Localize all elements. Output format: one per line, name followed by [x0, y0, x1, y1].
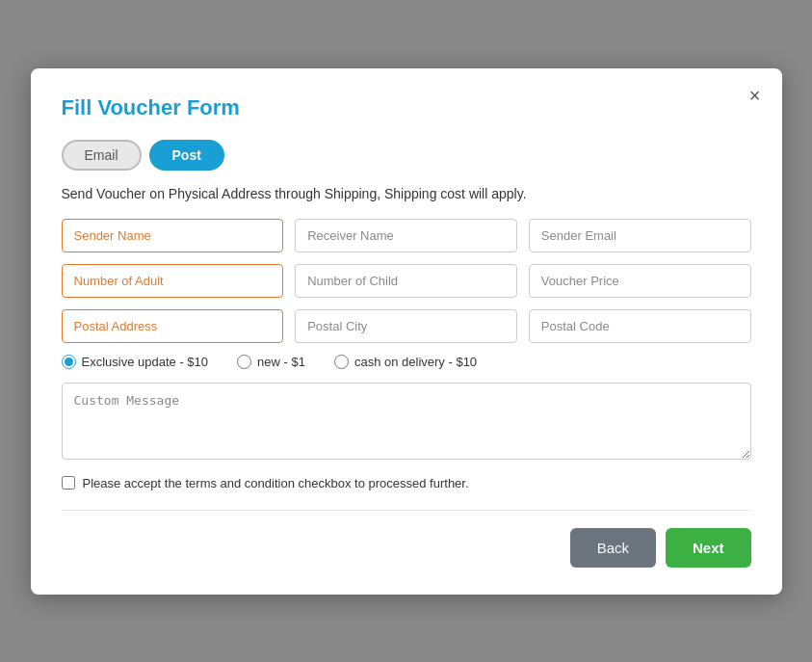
divider [62, 510, 751, 511]
overlay: Fill Voucher Form × Email Post Send Vouc… [0, 0, 812, 662]
number-of-child-input[interactable] [295, 264, 517, 298]
form-row-1 [62, 219, 751, 252]
sender-name-input[interactable] [62, 219, 284, 252]
radio-new[interactable]: new - $1 [237, 355, 305, 369]
sender-email-input[interactable] [529, 219, 751, 252]
form-row-2 [62, 264, 751, 298]
form-row-3 [62, 309, 751, 343]
close-button[interactable]: × [749, 86, 761, 105]
form-description: Send Voucher on Physical Address through… [62, 186, 751, 201]
modal: Fill Voucher Form × Email Post Send Vouc… [31, 68, 782, 595]
custom-message-input[interactable] [62, 383, 751, 460]
back-button[interactable]: Back [570, 528, 656, 568]
tab-email[interactable]: Email [62, 140, 142, 171]
radio-row: Exclusive update - $10 new - $1 cash on … [62, 355, 751, 369]
radio-new-input[interactable] [237, 355, 251, 369]
terms-row: Please accept the terms and condition ch… [62, 476, 751, 490]
radio-cash[interactable]: cash on delivery - $10 [334, 355, 477, 369]
terms-checkbox[interactable] [62, 476, 75, 490]
tab-post[interactable]: Post [149, 140, 224, 171]
button-row: Back Next [62, 528, 751, 568]
voucher-price-input[interactable] [529, 264, 751, 298]
radio-cash-label: cash on delivery - $10 [354, 355, 477, 369]
receiver-name-input[interactable] [295, 219, 517, 252]
postal-address-input[interactable] [62, 309, 284, 343]
radio-exclusive[interactable]: Exclusive update - $10 [62, 355, 209, 369]
tab-row: Email Post [62, 140, 751, 171]
postal-code-input[interactable] [529, 309, 751, 343]
modal-title: Fill Voucher Form [62, 95, 751, 120]
radio-exclusive-input[interactable] [62, 355, 76, 369]
postal-city-input[interactable] [295, 309, 517, 343]
terms-label: Please accept the terms and condition ch… [83, 476, 469, 490]
radio-new-label: new - $1 [257, 355, 305, 369]
radio-cash-input[interactable] [334, 355, 349, 369]
radio-exclusive-label: Exclusive update - $10 [82, 355, 209, 369]
number-of-adult-input[interactable] [62, 264, 284, 298]
next-button[interactable]: Next [666, 528, 751, 568]
